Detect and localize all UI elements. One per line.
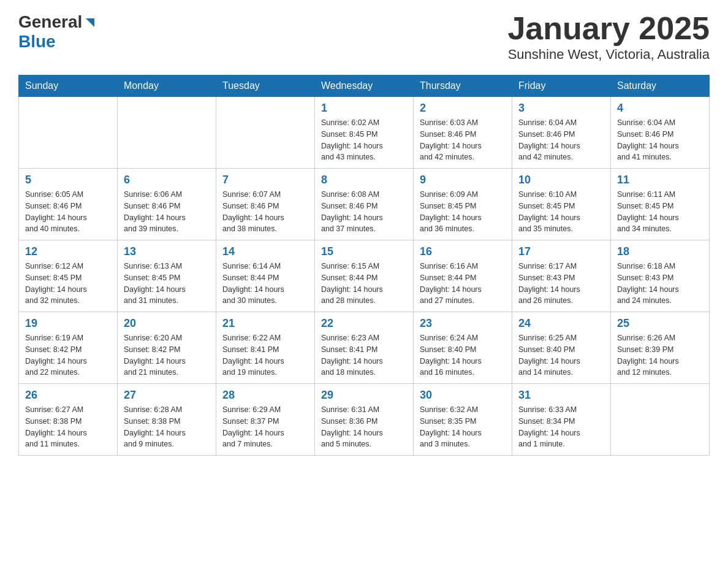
calendar-cell: 5Sunrise: 6:05 AM Sunset: 8:46 PM Daylig…: [19, 169, 118, 240]
calendar-week-row: 26Sunrise: 6:27 AM Sunset: 8:38 PM Dayli…: [19, 384, 710, 456]
day-info: Sunrise: 6:04 AM Sunset: 8:46 PM Dayligh…: [518, 117, 604, 163]
calendar-cell: 31Sunrise: 6:33 AM Sunset: 8:34 PM Dayli…: [512, 384, 611, 456]
day-number: 14: [222, 245, 308, 258]
day-info: Sunrise: 6:29 AM Sunset: 8:37 PM Dayligh…: [222, 404, 308, 450]
day-number: 1: [321, 102, 407, 115]
header-tuesday: Tuesday: [216, 75, 315, 97]
calendar-cell: 21Sunrise: 6:22 AM Sunset: 8:41 PM Dayli…: [216, 312, 315, 384]
calendar-week-row: 1Sunrise: 6:02 AM Sunset: 8:45 PM Daylig…: [19, 97, 710, 169]
calendar-cell: 13Sunrise: 6:13 AM Sunset: 8:45 PM Dayli…: [118, 240, 216, 312]
day-number: 19: [25, 317, 111, 330]
calendar-week-row: 19Sunrise: 6:19 AM Sunset: 8:42 PM Dayli…: [19, 312, 710, 384]
calendar-cell: 11Sunrise: 6:11 AM Sunset: 8:45 PM Dayli…: [611, 169, 710, 240]
day-number: 5: [25, 174, 111, 186]
day-info: Sunrise: 6:10 AM Sunset: 8:45 PM Dayligh…: [518, 189, 604, 235]
day-info: Sunrise: 6:20 AM Sunset: 8:42 PM Dayligh…: [124, 332, 210, 378]
logo-general: General: [18, 12, 82, 32]
month-title: January 2025: [507, 12, 710, 44]
day-info: Sunrise: 6:02 AM Sunset: 8:45 PM Dayligh…: [321, 117, 407, 163]
header-sunday: Sunday: [19, 75, 118, 97]
day-info: Sunrise: 6:19 AM Sunset: 8:42 PM Dayligh…: [25, 332, 111, 378]
calendar-cell: 2Sunrise: 6:03 AM Sunset: 8:46 PM Daylig…: [414, 97, 512, 169]
calendar-week-row: 12Sunrise: 6:12 AM Sunset: 8:45 PM Dayli…: [19, 240, 710, 312]
day-number: 15: [321, 245, 407, 258]
day-number: 30: [420, 389, 506, 402]
svg-marker-0: [86, 18, 94, 27]
calendar-cell: 12Sunrise: 6:12 AM Sunset: 8:45 PM Dayli…: [19, 240, 118, 312]
day-info: Sunrise: 6:24 AM Sunset: 8:40 PM Dayligh…: [420, 332, 506, 378]
day-number: 27: [124, 389, 210, 402]
calendar-cell: 16Sunrise: 6:16 AM Sunset: 8:44 PM Dayli…: [414, 240, 512, 312]
day-info: Sunrise: 6:31 AM Sunset: 8:36 PM Dayligh…: [321, 404, 407, 450]
day-info: Sunrise: 6:12 AM Sunset: 8:45 PM Dayligh…: [25, 261, 111, 307]
day-number: 20: [124, 317, 210, 330]
day-number: 22: [321, 317, 407, 330]
header-thursday: Thursday: [414, 75, 512, 97]
day-info: Sunrise: 6:28 AM Sunset: 8:38 PM Dayligh…: [124, 404, 210, 450]
page-header: General Blue January 2025 Sunshine West,…: [18, 12, 710, 63]
day-number: 31: [518, 389, 604, 402]
location-subtitle: Sunshine West, Victoria, Australia: [507, 47, 710, 63]
calendar-cell: 9Sunrise: 6:09 AM Sunset: 8:45 PM Daylig…: [414, 169, 512, 240]
day-info: Sunrise: 6:33 AM Sunset: 8:34 PM Dayligh…: [518, 404, 604, 450]
header-saturday: Saturday: [611, 75, 710, 97]
day-info: Sunrise: 6:11 AM Sunset: 8:45 PM Dayligh…: [617, 189, 703, 235]
day-info: Sunrise: 6:22 AM Sunset: 8:41 PM Dayligh…: [222, 332, 308, 378]
day-info: Sunrise: 6:03 AM Sunset: 8:46 PM Dayligh…: [420, 117, 506, 163]
day-info: Sunrise: 6:26 AM Sunset: 8:39 PM Dayligh…: [617, 332, 703, 378]
calendar-cell: 27Sunrise: 6:28 AM Sunset: 8:38 PM Dayli…: [118, 384, 216, 456]
calendar-cell: 26Sunrise: 6:27 AM Sunset: 8:38 PM Dayli…: [19, 384, 118, 456]
calendar-cell: 24Sunrise: 6:25 AM Sunset: 8:40 PM Dayli…: [512, 312, 611, 384]
day-number: 7: [222, 174, 308, 186]
calendar-cell: [611, 384, 710, 456]
calendar-cell: 1Sunrise: 6:02 AM Sunset: 8:45 PM Daylig…: [315, 97, 414, 169]
day-number: 18: [617, 245, 703, 258]
calendar-cell: 23Sunrise: 6:24 AM Sunset: 8:40 PM Dayli…: [414, 312, 512, 384]
day-number: 4: [617, 102, 703, 115]
calendar-cell: [118, 97, 216, 169]
calendar-cell: 6Sunrise: 6:06 AM Sunset: 8:46 PM Daylig…: [118, 169, 216, 240]
day-number: 11: [617, 174, 703, 186]
day-info: Sunrise: 6:18 AM Sunset: 8:43 PM Dayligh…: [617, 261, 703, 307]
day-number: 6: [124, 174, 210, 186]
day-info: Sunrise: 6:07 AM Sunset: 8:46 PM Dayligh…: [222, 189, 308, 235]
calendar-cell: 28Sunrise: 6:29 AM Sunset: 8:37 PM Dayli…: [216, 384, 315, 456]
calendar-cell: 25Sunrise: 6:26 AM Sunset: 8:39 PM Dayli…: [611, 312, 710, 384]
logo-arrow-icon: [83, 16, 97, 29]
day-info: Sunrise: 6:17 AM Sunset: 8:43 PM Dayligh…: [518, 261, 604, 307]
day-info: Sunrise: 6:04 AM Sunset: 8:46 PM Dayligh…: [617, 117, 703, 163]
calendar-cell: 20Sunrise: 6:20 AM Sunset: 8:42 PM Dayli…: [118, 312, 216, 384]
day-number: 28: [222, 389, 308, 402]
day-info: Sunrise: 6:08 AM Sunset: 8:46 PM Dayligh…: [321, 189, 407, 235]
calendar-cell: 17Sunrise: 6:17 AM Sunset: 8:43 PM Dayli…: [512, 240, 611, 312]
calendar-cell: 3Sunrise: 6:04 AM Sunset: 8:46 PM Daylig…: [512, 97, 611, 169]
day-number: 9: [420, 174, 506, 186]
day-number: 12: [25, 245, 111, 258]
day-number: 2: [420, 102, 506, 115]
day-info: Sunrise: 6:05 AM Sunset: 8:46 PM Dayligh…: [25, 189, 111, 235]
calendar-cell: [216, 97, 315, 169]
calendar-cell: 8Sunrise: 6:08 AM Sunset: 8:46 PM Daylig…: [315, 169, 414, 240]
calendar-cell: 18Sunrise: 6:18 AM Sunset: 8:43 PM Dayli…: [611, 240, 710, 312]
header-wednesday: Wednesday: [315, 75, 414, 97]
calendar-header-row: Sunday Monday Tuesday Wednesday Thursday…: [19, 75, 710, 97]
calendar-cell: 30Sunrise: 6:32 AM Sunset: 8:35 PM Dayli…: [414, 384, 512, 456]
calendar-cell: 4Sunrise: 6:04 AM Sunset: 8:46 PM Daylig…: [611, 97, 710, 169]
day-info: Sunrise: 6:15 AM Sunset: 8:44 PM Dayligh…: [321, 261, 407, 307]
day-info: Sunrise: 6:23 AM Sunset: 8:41 PM Dayligh…: [321, 332, 407, 378]
calendar-cell: 10Sunrise: 6:10 AM Sunset: 8:45 PM Dayli…: [512, 169, 611, 240]
day-info: Sunrise: 6:25 AM Sunset: 8:40 PM Dayligh…: [518, 332, 604, 378]
day-number: 16: [420, 245, 506, 258]
calendar-week-row: 5Sunrise: 6:05 AM Sunset: 8:46 PM Daylig…: [19, 169, 710, 240]
calendar-table: Sunday Monday Tuesday Wednesday Thursday…: [18, 75, 710, 456]
day-number: 21: [222, 317, 308, 330]
logo: General Blue: [18, 12, 97, 50]
day-info: Sunrise: 6:27 AM Sunset: 8:38 PM Dayligh…: [25, 404, 111, 450]
calendar-cell: 14Sunrise: 6:14 AM Sunset: 8:44 PM Dayli…: [216, 240, 315, 312]
day-info: Sunrise: 6:32 AM Sunset: 8:35 PM Dayligh…: [420, 404, 506, 450]
calendar-cell: 19Sunrise: 6:19 AM Sunset: 8:42 PM Dayli…: [19, 312, 118, 384]
logo-blue: Blue: [18, 33, 56, 50]
calendar-cell: 15Sunrise: 6:15 AM Sunset: 8:44 PM Dayli…: [315, 240, 414, 312]
calendar-cell: [19, 97, 118, 169]
day-number: 25: [617, 317, 703, 330]
